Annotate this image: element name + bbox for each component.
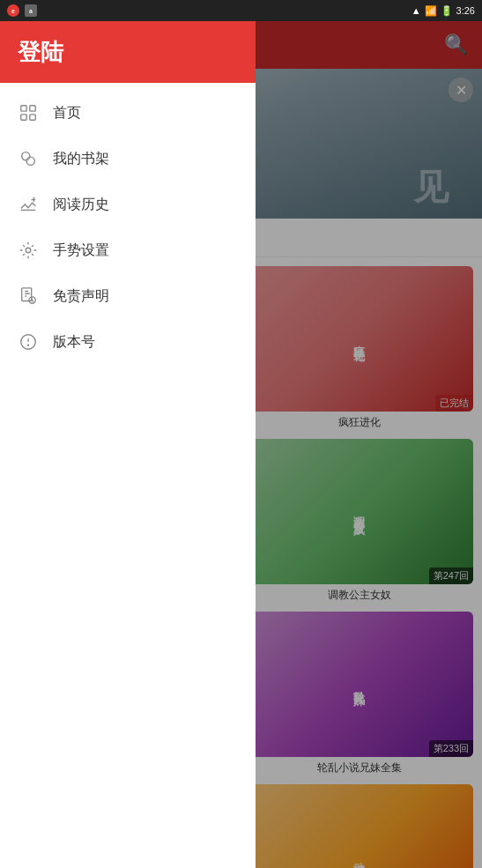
home-icon — [18, 102, 39, 123]
svg-point-5 — [26, 157, 34, 165]
drawer-title: 登陆 — [18, 37, 63, 68]
menu-label-home: 首页 — [53, 104, 81, 122]
menu-label-version: 版本号 — [53, 333, 95, 352]
version-icon — [18, 331, 39, 352]
bookshelf-icon — [18, 148, 39, 169]
menu-item-bookshelf[interactable]: 我的书架 — [0, 136, 256, 182]
svg-rect-0 — [21, 106, 26, 111]
history-icon — [18, 194, 39, 215]
svg-rect-2 — [21, 115, 26, 120]
disclaimer-icon — [18, 286, 39, 307]
app-icons: e a — [7, 4, 37, 17]
signal-icon: 📶 — [425, 5, 437, 17]
wifi-icon: ▲ — [412, 5, 421, 16]
drawer-menu: 首页 我的书架 — [0, 83, 256, 868]
clock: 3:26 — [456, 5, 475, 16]
menu-item-disclaimer[interactable]: 免责声明 — [0, 273, 256, 319]
status-bar: e a ▲ 📶 🔋 3:26 — [0, 0, 482, 21]
battery-icon: 🔋 — [441, 5, 453, 17]
menu-item-version[interactable]: 版本号 — [0, 319, 256, 365]
svg-point-4 — [22, 152, 30, 160]
app-icon-a: a — [25, 4, 37, 17]
menu-item-gesture[interactable]: 手势设置 — [0, 227, 256, 273]
drawer: 登陆 首页 — [0, 21, 256, 868]
menu-label-history: 阅读历史 — [53, 196, 109, 214]
svg-rect-3 — [30, 115, 35, 120]
menu-item-home[interactable]: 首页 — [0, 90, 256, 136]
svg-point-9 — [26, 248, 31, 253]
menu-label-gesture: 手势设置 — [53, 241, 109, 260]
gesture-icon — [18, 240, 39, 261]
menu-item-history[interactable]: 阅读历史 — [0, 182, 256, 227]
svg-rect-1 — [30, 106, 35, 111]
drawer-header: 登陆 — [0, 21, 256, 83]
svg-point-14 — [28, 345, 29, 345]
status-icons: ▲ 📶 🔋 3:26 — [412, 5, 475, 17]
svg-rect-10 — [22, 288, 32, 301]
menu-label-disclaimer: 免责声明 — [53, 287, 109, 306]
drawer-overlay[interactable]: 登陆 首页 — [0, 21, 482, 868]
menu-label-bookshelf: 我的书架 — [53, 150, 109, 168]
app-icon-e: e — [7, 4, 19, 17]
